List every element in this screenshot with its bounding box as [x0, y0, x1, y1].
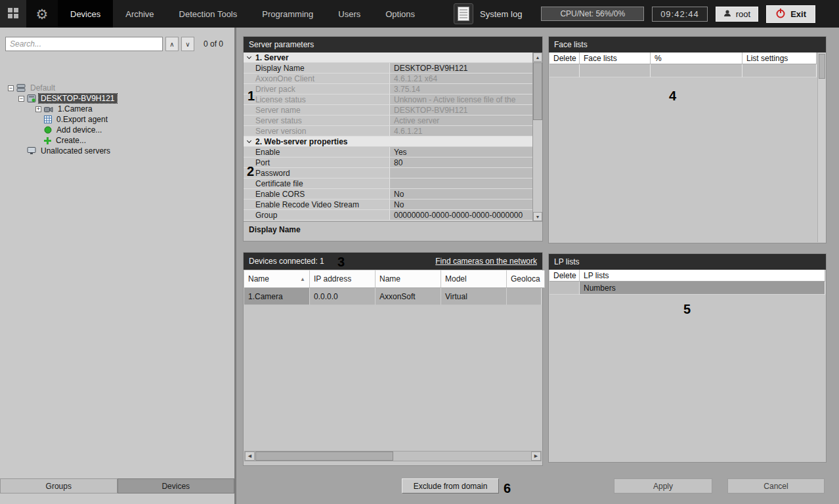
server-parameters-panel: Server parameters 1. Server Display Name…	[243, 36, 543, 242]
tab-users[interactable]: Users	[326, 0, 373, 28]
cell-geolocation[interactable]	[507, 288, 542, 305]
user-button[interactable]: root	[716, 7, 758, 22]
chevron-down-icon	[247, 138, 251, 143]
expand-plus-icon[interactable]: +	[35, 106, 41, 112]
face-lists-empty-row[interactable]	[549, 64, 817, 77]
cell-model[interactable]: Virtual	[441, 288, 507, 305]
column-header-delete[interactable]: Delete	[549, 52, 580, 64]
tree-item-create[interactable]: Create...	[0, 135, 234, 146]
tree-item-camera[interactable]: + 1.Camera	[0, 104, 234, 114]
collapse-minus-icon[interactable]: −	[8, 85, 14, 91]
annotation-2: 2	[247, 165, 254, 178]
property-value[interactable]: 80	[389, 158, 532, 167]
tab-devices-bottom[interactable]: Devices	[118, 478, 235, 494]
scroll-up-icon[interactable]: ▲	[533, 52, 542, 62]
vertical-scrollbar[interactable]	[817, 52, 826, 242]
devices-panel-header: Devices connected: 1 Find cameras on the…	[244, 253, 542, 270]
property-label: Enable Recode Video Stream	[244, 200, 389, 209]
scrollbar-thumb[interactable]	[819, 54, 825, 79]
property-value[interactable]	[389, 178, 532, 188]
cell-vendor[interactable]: AxxonSoft	[376, 288, 441, 305]
tab-devices[interactable]: Devices	[58, 0, 113, 28]
search-next-button[interactable]: ∨	[181, 37, 194, 51]
property-row-server-status: Server status Active server	[244, 116, 532, 126]
cell-delete[interactable]	[549, 64, 580, 77]
column-header-percent[interactable]: %	[651, 52, 742, 64]
column-header-name[interactable]: Name ▲	[244, 270, 310, 288]
search-input[interactable]	[5, 37, 163, 51]
cell-percent[interactable]	[651, 64, 742, 77]
cell-delete[interactable]	[549, 282, 580, 295]
property-value[interactable]	[389, 168, 532, 178]
property-value[interactable]: Yes	[389, 147, 532, 157]
column-header-ip[interactable]: IP address	[310, 270, 376, 288]
scrollbar-thumb[interactable]	[255, 452, 393, 461]
cancel-button[interactable]: Cancel	[727, 478, 825, 494]
scroll-left-icon[interactable]: ◀	[245, 452, 255, 461]
column-header-list-settings[interactable]: List settings	[742, 52, 817, 64]
main-tabs: Devices Archive Detection Tools Programm…	[58, 0, 427, 28]
exit-button[interactable]: Exit	[766, 5, 815, 23]
column-header-model[interactable]: Model	[441, 270, 507, 288]
tree-label: Default	[28, 83, 57, 93]
exclude-from-domain-button[interactable]: Exclude from domain	[402, 478, 499, 494]
device-tree: − Default − DESKTOP-BV9H121 + 1.Camera 0…	[0, 83, 234, 156]
section-label: 2. Web-server properties	[255, 137, 348, 146]
column-header-face-lists[interactable]: Face lists	[580, 52, 651, 64]
column-header-geolocation[interactable]: Geoloca	[507, 270, 545, 288]
tab-groups[interactable]: Groups	[0, 478, 118, 494]
cell-ip[interactable]: 0.0.0.0	[310, 288, 376, 305]
search-prev-button[interactable]: ∧	[165, 37, 179, 51]
exit-label: Exit	[790, 9, 806, 19]
property-row-port: Port 80	[244, 158, 532, 168]
tree-item-server[interactable]: − DESKTOP-BV9H121	[0, 93, 234, 104]
scroll-down-icon[interactable]: ▼	[533, 212, 542, 221]
cell-name[interactable]: 1.Camera	[244, 288, 310, 305]
property-row-enable-recode: Enable Recode Video Stream No	[244, 200, 532, 210]
property-row-license-status: License status Unknown - Active license …	[244, 94, 532, 105]
system-log-button[interactable]: System log	[446, 0, 530, 28]
unallocated-servers-icon	[27, 147, 36, 155]
tab-programming[interactable]: Programming	[249, 0, 326, 28]
lp-list-row-numbers[interactable]: Numbers	[549, 282, 825, 295]
property-value[interactable]: No	[389, 189, 532, 199]
tree-item-unallocated-servers[interactable]: Unallocated servers	[0, 146, 234, 156]
apply-button[interactable]: Apply	[614, 478, 712, 494]
cell-face-list[interactable]	[580, 64, 651, 77]
device-row-camera[interactable]: 1.Camera 0.0.0.0 AxxonSoft Virtual	[244, 288, 542, 305]
scrollbar-thumb[interactable]	[533, 62, 542, 120]
property-value: Unknown - Active license file of the	[389, 94, 532, 104]
annotation-4: 4	[669, 89, 676, 102]
horizontal-scrollbar[interactable]: ◀ ▶	[244, 451, 542, 461]
column-header-lp-lists[interactable]: LP lists	[580, 270, 825, 282]
section-server[interactable]: 1. Server	[244, 52, 532, 63]
property-label: License status	[244, 94, 389, 104]
tab-options[interactable]: Options	[373, 0, 427, 28]
topbar-right-cluster: CPU/Net: 56%/0% 09:42:44 root Exit	[541, 0, 839, 28]
cell-list-settings[interactable]	[742, 64, 817, 77]
camera-icon	[44, 106, 53, 113]
tree-item-default-group[interactable]: − Default	[0, 83, 234, 93]
tree-item-export-agent[interactable]: 0.Export agent	[0, 114, 234, 125]
scroll-right-icon[interactable]: ▶	[531, 452, 541, 461]
vertical-scrollbar[interactable]: ▲ ▼	[532, 52, 542, 221]
cpu-net-indicator[interactable]: CPU/Net: 56%/0%	[541, 7, 644, 21]
column-header-vendor[interactable]: Name	[376, 270, 441, 288]
property-label: Display Name	[244, 63, 389, 73]
tab-archive[interactable]: Archive	[113, 0, 166, 28]
cell-lp-list-name[interactable]: Numbers	[580, 282, 825, 295]
property-value[interactable]: 00000000-0000-0000-0000-0000000	[389, 210, 532, 220]
find-cameras-link[interactable]: Find cameras on the network	[435, 257, 537, 266]
collapse-minus-icon[interactable]: −	[18, 96, 24, 102]
tab-detection-tools[interactable]: Detection Tools	[167, 0, 250, 28]
settings-gear-button[interactable]: ⚙	[26, 0, 58, 28]
section-web-server[interactable]: 2. Web-server properties	[244, 136, 532, 147]
app-grid-button[interactable]	[0, 0, 26, 28]
property-value[interactable]: No	[389, 200, 532, 209]
system-log-icon	[454, 3, 473, 24]
property-label: Driver pack	[244, 84, 389, 94]
column-header-delete[interactable]: Delete	[549, 270, 580, 282]
property-label: Password	[244, 168, 389, 178]
tree-item-add-device[interactable]: Add device...	[0, 125, 234, 135]
property-value[interactable]: DESKTOP-BV9H121	[389, 63, 532, 73]
